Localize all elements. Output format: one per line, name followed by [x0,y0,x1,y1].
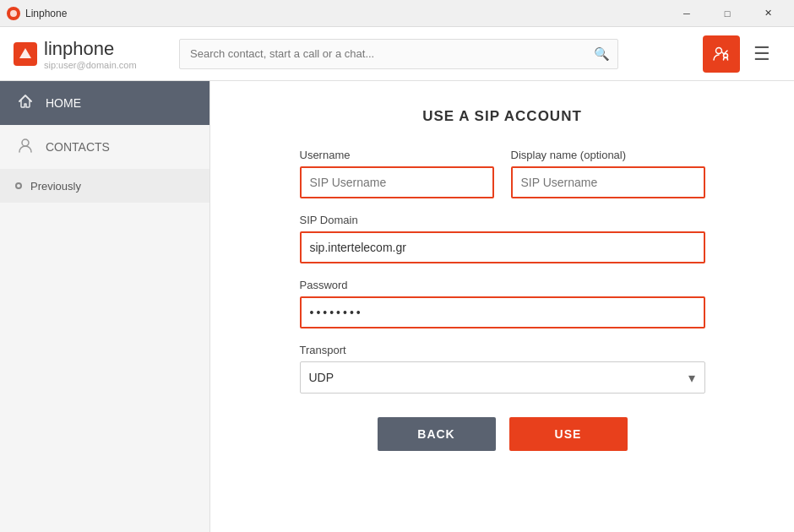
sip-domain-label: SIP Domain [300,214,705,226]
username-input[interactable] [300,166,494,198]
password-label: Password [300,279,705,291]
titlebar-logo-icon [7,7,20,20]
sidebar-contacts-label: CONTACTS [46,140,110,154]
appbar: linphone sip:user@domain.com 🔍 ☰ [0,27,794,81]
search-icon: 🔍 [594,46,610,62]
transport-label: Transport [300,344,705,356]
layout: HOME CONTACTS Previously USE A SIP ACCOU… [0,81,794,532]
username-label: Username [300,149,494,161]
display-name-group: Display name (optional) [511,149,705,198]
search-bar: 🔍 [179,39,618,69]
username-group: Username [300,149,494,198]
search-input[interactable] [179,39,618,69]
home-icon [17,93,34,114]
password-input[interactable] [300,296,705,328]
sip-domain-group: SIP Domain [300,214,705,263]
app-brand: linphone sip:user@domain.com [14,38,166,70]
call-contacts-button[interactable] [703,35,740,73]
sidebar-home-label: HOME [46,96,81,110]
sidebar-item-home[interactable]: HOME [0,81,209,125]
display-name-label: Display name (optional) [511,149,705,161]
main-content: USE A SIP ACCOUNT Username Display name … [210,81,794,532]
maximize-button[interactable]: □ [708,0,747,27]
brand-name: linphone [44,38,137,60]
svg-point-0 [10,10,17,17]
previously-dot-icon [15,182,22,189]
form-row-username: Username Display name (optional) [300,149,705,198]
brand-sub: sip:user@domain.com [44,60,137,70]
brand-logo-icon [14,42,37,66]
svg-point-2 [716,47,722,53]
form-title: USE A SIP ACCOUNT [300,108,705,125]
sidebar: HOME CONTACTS Previously [0,81,210,532]
minimize-button[interactable]: ─ [667,0,706,27]
svg-marker-1 [19,48,31,58]
form-row-transport: Transport UDP TCP TLS DTLS ▾ [300,344,705,394]
close-button[interactable]: ✕ [748,0,787,27]
form-row-domain: SIP Domain [300,214,705,263]
menu-button[interactable]: ☰ [743,35,780,73]
sidebar-item-previously[interactable]: Previously [0,169,209,203]
password-group: Password [300,279,705,328]
transport-select-wrap: UDP TCP TLS DTLS ▾ [300,361,705,394]
contacts-icon [17,137,34,158]
titlebar-app-name: Linphone [25,8,67,19]
transport-select[interactable]: UDP TCP TLS DTLS [300,361,705,394]
titlebar-controls: ─ □ ✕ [667,0,787,27]
use-button[interactable]: USE [509,417,628,451]
form-actions: BACK USE [300,417,705,451]
previously-label: Previously [30,180,81,193]
titlebar: Linphone ─ □ ✕ [0,0,794,27]
display-name-input[interactable] [511,166,705,198]
sip-domain-input[interactable] [300,231,705,263]
form-row-password: Password [300,279,705,328]
sidebar-item-contacts[interactable]: CONTACTS [0,125,209,169]
back-button[interactable]: BACK [378,417,496,451]
svg-point-4 [22,139,29,146]
titlebar-left: Linphone [7,7,67,20]
transport-group: Transport UDP TCP TLS DTLS ▾ [300,344,705,394]
sip-account-form: USE A SIP ACCOUNT Username Display name … [300,81,705,478]
brand-info: linphone sip:user@domain.com [44,38,137,70]
appbar-actions: ☰ [703,35,780,73]
